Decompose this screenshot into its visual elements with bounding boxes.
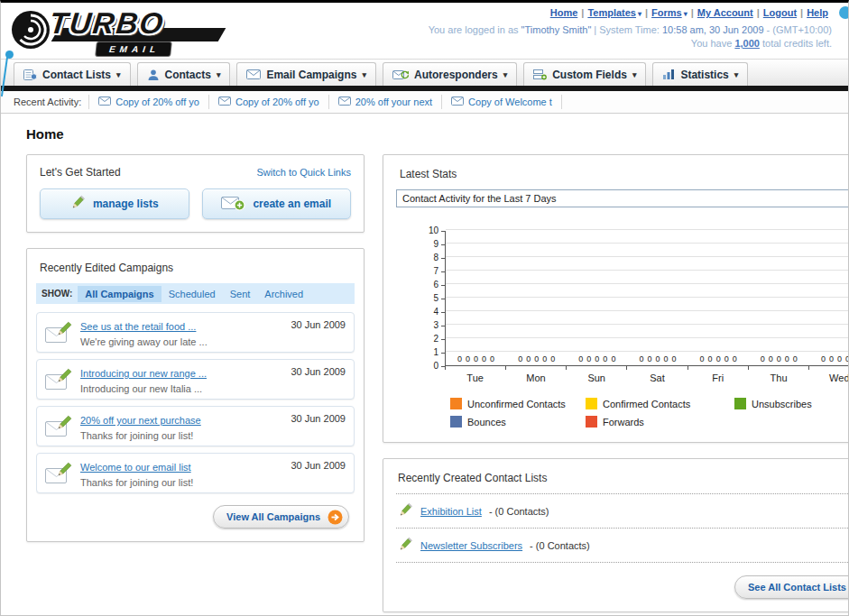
recent-activity-items: Copy of 20% off yoCopy of 20% off yo20% … (88, 95, 562, 109)
value-label: 0 (655, 355, 660, 363)
see-all-contact-lists-label: See All Contact Lists (748, 582, 846, 593)
y-tick-label: 4 (424, 308, 438, 317)
view-all-campaigns-button[interactable]: View All Campaigns (213, 505, 349, 529)
tab-autoresponders[interactable]: Autoresponders▾ (383, 62, 517, 86)
gridline (446, 229, 849, 230)
tab-custom-fields[interactable]: Custom Fields▾ (523, 62, 646, 86)
y-tick-label: 2 (424, 335, 438, 344)
stats-period-selected-option: Contact Activity for the Last 7 Days (397, 193, 849, 204)
top-link-templates[interactable]: Templates▾ (587, 7, 641, 18)
legend-item: Forwards (586, 416, 734, 428)
top-link-forms[interactable]: Forms▾ (651, 7, 688, 18)
email-icon (218, 97, 231, 107)
gridline (446, 243, 849, 244)
switch-to-quick-links-link[interactable]: Switch to Quick Links (256, 167, 351, 178)
tab-label: Statistics (680, 69, 728, 81)
create-email-label: create an email (253, 198, 331, 210)
contact-lists-panel-title: Recently Created Contact Lists (396, 470, 849, 494)
y-tick-label: 8 (424, 253, 438, 262)
credits-value: 1,000 (734, 38, 760, 49)
value-group: 00000 (506, 355, 567, 363)
gridline (446, 270, 849, 271)
activity-item[interactable]: 20% off your next (329, 95, 442, 109)
tab-contact-lists[interactable]: Contact Lists▾ (14, 62, 131, 86)
email-edit-icon (45, 321, 72, 345)
y-tick-label: 5 (424, 294, 438, 303)
campaign-title-link[interactable]: Welcome to our email list (80, 462, 191, 473)
top-link-logout[interactable]: Logout (763, 7, 797, 18)
contact-lists-icon (23, 69, 37, 81)
activity-item[interactable]: Copy of 20% off yo (88, 95, 209, 109)
legend-label: Unsubscribes (752, 399, 812, 409)
tab-contacts[interactable]: Contacts▾ (137, 62, 231, 86)
logo-text: TURBO EMAIL (50, 6, 239, 57)
value-label: 0 (837, 355, 842, 363)
value-group: 00000 (749, 355, 809, 363)
contact-list-link[interactable]: Newsletter Subscribers (420, 540, 522, 551)
top-link-my-account[interactable]: My Account (697, 7, 753, 18)
campaign-item: Introducing our new range ...Introducing… (36, 359, 355, 400)
filter-scheduled[interactable]: Scheduled (161, 286, 223, 302)
top-nav: Home|Templates▾|Forms▾|My Account|Logout… (429, 7, 832, 18)
app-logo: TURBO EMAIL (10, 6, 245, 57)
contact-list-detail: - (0 Contacts) (530, 540, 590, 551)
contact-list-link[interactable]: Exhibition List (420, 506, 482, 517)
campaign-title-link[interactable]: See us at the retail food ... (80, 321, 196, 332)
email-edit-icon (45, 368, 72, 391)
value-label: 0 (700, 355, 705, 363)
gridline (446, 297, 849, 298)
pencil-icon (398, 537, 413, 554)
campaign-title-link[interactable]: Introducing our new range ... (80, 368, 207, 379)
value-label: 0 (672, 355, 677, 363)
separator: | (757, 7, 760, 18)
manage-lists-button[interactable]: manage lists (40, 188, 189, 219)
login-mid: | System Time: (591, 24, 662, 35)
value-label: 0 (647, 355, 651, 363)
pencil-icon (398, 502, 413, 519)
get-started-panel: Let's Get Started Switch to Quick Links … (26, 154, 365, 233)
view-all-campaigns-label: View All Campaigns (226, 511, 320, 522)
activity-item[interactable]: Copy of Welcome t (442, 95, 562, 109)
legend-swatch (450, 416, 462, 428)
legend-label: Unconfirmed Contacts (467, 399, 566, 409)
value-label: 0 (785, 355, 789, 363)
filter-sent[interactable]: Sent (223, 286, 258, 302)
legend-label: Confirmed Contacts (603, 399, 690, 409)
y-tick-label: 7 (424, 267, 438, 276)
chevron-down-icon: ▾ (362, 70, 366, 79)
tab-label: Contact Lists (42, 69, 111, 81)
value-label: 0 (526, 355, 531, 363)
chart-plot-area: 00000000000000000000000000000000000 (445, 231, 849, 366)
campaign-title-link[interactable]: 20% off your next purchase (80, 415, 201, 426)
activity-item-label: Copy of 20% off yo (115, 97, 199, 107)
value-group: 00000 (809, 355, 849, 363)
value-label: 0 (733, 355, 737, 363)
x-tick (566, 366, 626, 370)
tab-email-campaigns[interactable]: Email Campaigns▾ (236, 62, 376, 86)
value-label: 0 (724, 355, 729, 363)
filter-all-campaigns[interactable]: All Campaigns (78, 286, 161, 302)
chart-value-labels: 00000000000000000000000000000000000 (446, 355, 849, 363)
filter-archived[interactable]: Archived (257, 286, 310, 302)
top-link-home[interactable]: Home (550, 7, 578, 18)
campaign-date: 30 Jun 2009 (291, 319, 346, 330)
value-label: 0 (777, 355, 781, 363)
see-all-contact-lists-button[interactable]: See All Contact Lists (734, 575, 849, 599)
custom-fields-icon (533, 69, 547, 80)
x-axis-label: Sun (567, 372, 627, 383)
legend-label: Bounces (467, 417, 506, 428)
campaign-subtitle: Thanks for joining our list! (80, 430, 282, 441)
email-icon (338, 97, 351, 107)
create-email-button[interactable]: create an email (202, 188, 352, 219)
tab-statistics[interactable]: Statistics▾ (652, 62, 748, 86)
activity-item[interactable]: Copy of 20% off yo (209, 95, 329, 109)
legend-label: Forwards (603, 417, 644, 428)
value-label: 0 (769, 355, 773, 363)
chart-legend: Unconfirmed ContactsConfirmed ContactsUn… (450, 398, 849, 428)
manage-lists-label: manage lists (93, 198, 159, 210)
show-label: SHOW: (42, 289, 72, 299)
stats-period-select[interactable]: Contact Activity for the Last 7 Days ▼ (396, 189, 849, 207)
value-label: 0 (466, 355, 470, 363)
top-link-help[interactable]: Help (807, 7, 828, 18)
y-tick-label: 3 (424, 321, 438, 330)
